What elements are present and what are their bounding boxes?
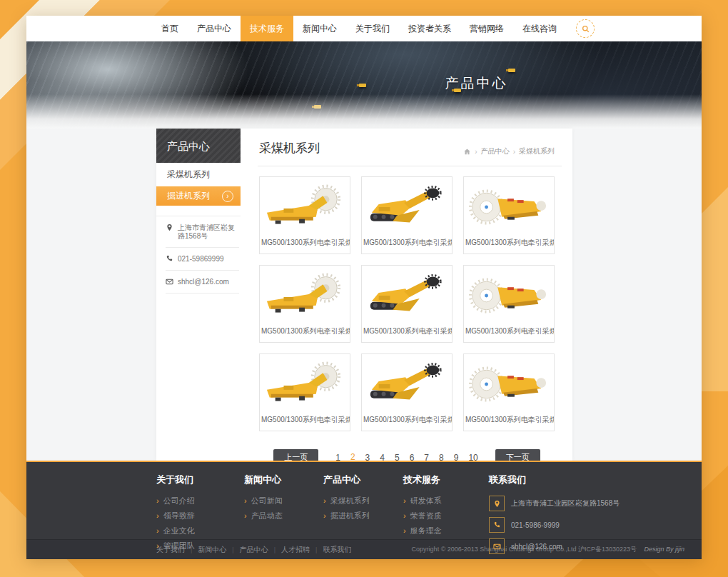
footer-address: 上海市青浦工业园区崧复路1568号 bbox=[511, 498, 620, 508]
product-image-shearer bbox=[260, 354, 350, 411]
product-image-discwheel bbox=[464, 177, 554, 234]
mail-icon bbox=[166, 278, 173, 286]
nav-item-home[interactable]: 首页 bbox=[152, 16, 188, 41]
hero-banner: 产品中心 bbox=[26, 41, 702, 129]
product-card[interactable]: MG500/1300系列电牵引采煤机 bbox=[361, 353, 453, 431]
chevron-right-icon: › bbox=[222, 191, 233, 202]
product-title: MG500/1300系列电牵引采煤机 bbox=[362, 322, 452, 342]
sidebar-item-shearer-series[interactable]: 采煤机系列 bbox=[156, 163, 241, 186]
footer-link-honors[interactable]: ›荣誉资质 bbox=[403, 511, 442, 521]
footer-link-company-news[interactable]: ›公司新闻 bbox=[244, 496, 283, 506]
footer-col-title: 关于我们 bbox=[156, 473, 195, 486]
product-image-shearer bbox=[260, 266, 350, 322]
main-panel: 采煤机系列 › 产品中心 › 采煤机系列 MG500/1300系列电牵引采煤机 … bbox=[258, 129, 562, 466]
sidebar-item-label: 掘进机系列 bbox=[167, 190, 210, 202]
product-card[interactable]: MG500/1300系列电牵引采煤机 bbox=[259, 353, 350, 431]
bottom-link-jobs[interactable]: 人才招聘 bbox=[281, 545, 310, 555]
sidebar-phone: 021-59869999 bbox=[178, 255, 224, 264]
product-title: MG500/1300系列电牵引采煤机 bbox=[260, 411, 350, 431]
breadcrumb-products[interactable]: 产品中心 bbox=[481, 146, 510, 156]
bullet-icon: › bbox=[323, 511, 326, 520]
separator: | bbox=[232, 546, 233, 553]
product-image-shearer bbox=[260, 177, 350, 234]
search-button[interactable] bbox=[576, 19, 595, 38]
nav-item-tech-service[interactable]: 技术服务 bbox=[241, 16, 293, 41]
mine-truck bbox=[508, 69, 515, 72]
footer-col-title: 联系我们 bbox=[489, 473, 620, 486]
bullet-icon: › bbox=[156, 511, 159, 520]
footer-col-about: 关于我们 ›公司介绍 ›领导致辞 ›企业文化 ›管理团队 bbox=[156, 473, 195, 556]
footer-col-tech: 技术服务 ›研发体系 ›荣誉资质 ›服务理念 bbox=[403, 473, 442, 541]
product-image-roadheader bbox=[362, 266, 452, 322]
bullet-icon: › bbox=[156, 496, 159, 505]
product-card[interactable]: MG500/1300系列电牵引采煤机 bbox=[259, 176, 350, 254]
breadcrumb-separator: › bbox=[513, 148, 515, 156]
product-card[interactable]: MG500/1300系列电牵引采煤机 bbox=[361, 176, 453, 254]
bullet-icon: › bbox=[156, 526, 159, 535]
sidebar-address: 上海市青浦区崧复路1568号 bbox=[178, 224, 239, 241]
hero-fade bbox=[26, 94, 702, 129]
bullet-icon: › bbox=[244, 496, 247, 505]
product-title: MG500/1300系列电牵引采煤机 bbox=[464, 411, 554, 431]
footer-col-title: 产品中心 bbox=[323, 473, 370, 486]
page-card: 首页 产品中心 技术服务 新闻中心 关于我们 投资者关系 营销网络 在线咨询 产… bbox=[26, 16, 702, 558]
design-credit: Design By jijin bbox=[644, 546, 684, 553]
bullet-icon: › bbox=[244, 511, 247, 520]
bottom-link-news[interactable]: 新闻中心 bbox=[198, 545, 226, 555]
breadcrumb: › 产品中心 › 采煤机系列 bbox=[463, 146, 555, 156]
nav-item-online-consult[interactable]: 在线咨询 bbox=[513, 16, 566, 41]
product-title: MG500/1300系列电牵引采煤机 bbox=[362, 234, 452, 254]
footer-link-rd-system[interactable]: ›研发体系 bbox=[403, 496, 442, 506]
content-area: 产品中心 采煤机系列 掘进机系列 › 上海市青浦区崧复路1568号 021-59… bbox=[26, 129, 702, 461]
product-image-roadheader bbox=[362, 354, 452, 411]
footer-col-products: 产品中心 ›采煤机系列 ›掘进机系列 bbox=[323, 473, 370, 526]
home-icon[interactable] bbox=[463, 148, 471, 156]
bullet-icon: › bbox=[323, 496, 326, 505]
product-image-roadheader bbox=[362, 177, 452, 234]
product-title: MG500/1300系列电牵引采煤机 bbox=[260, 322, 350, 342]
product-card[interactable]: MG500/1300系列电牵引采煤机 bbox=[463, 353, 555, 431]
phone-icon bbox=[489, 517, 505, 533]
bottom-link-products[interactable]: 产品中心 bbox=[240, 545, 268, 555]
bullet-icon: › bbox=[156, 541, 159, 550]
nav-item-news[interactable]: 新闻中心 bbox=[293, 16, 346, 41]
footer-col-news: 新闻中心 ›公司新闻 ›产品动态 bbox=[244, 473, 283, 526]
footer-link-service-concept[interactable]: ›服务理念 bbox=[403, 526, 442, 536]
footer-col-contact: 联系我们 上海市青浦工业园区崧复路1568号 021-5986-9999 shh… bbox=[489, 473, 620, 560]
sidebar-item-roadheader-series[interactable]: 掘进机系列 › bbox=[156, 186, 241, 206]
product-card[interactable]: MG500/1300系列电牵引采煤机 bbox=[361, 265, 453, 343]
footer-link-culture[interactable]: ›企业文化 bbox=[156, 526, 195, 536]
product-card[interactable]: MG500/1300系列电牵引采煤机 bbox=[463, 176, 555, 254]
sidebar-address-row: 上海市青浦区崧复路1568号 bbox=[166, 216, 239, 248]
footer-link-leader-speech[interactable]: ›领导致辞 bbox=[156, 511, 195, 521]
footer-link-company-intro[interactable]: ›公司介绍 bbox=[156, 496, 195, 506]
location-icon bbox=[166, 224, 173, 231]
footer-link-product-news[interactable]: ›产品动态 bbox=[244, 511, 283, 521]
footer-link-team[interactable]: ›管理团队 bbox=[156, 541, 195, 551]
sidebar-email-row: shhcl@126.com bbox=[166, 271, 239, 293]
search-icon bbox=[582, 25, 590, 33]
location-icon bbox=[489, 496, 505, 511]
footer-phone: 021-5986-9999 bbox=[511, 521, 560, 529]
product-image-discwheel bbox=[464, 354, 554, 411]
breadcrumb-separator: › bbox=[475, 148, 477, 156]
product-card[interactable]: MG500/1300系列电牵引采煤机 bbox=[259, 265, 350, 343]
nav-item-investor[interactable]: 投资者关系 bbox=[399, 16, 460, 41]
product-image-discwheel bbox=[464, 266, 554, 322]
phone-icon bbox=[166, 255, 173, 263]
footer-col-title: 新闻中心 bbox=[244, 473, 283, 486]
product-title: MG500/1300系列电牵引采煤机 bbox=[464, 234, 554, 254]
footer-email-row: shhcl@126.com bbox=[489, 538, 620, 554]
breadcrumb-current: 采煤机系列 bbox=[519, 146, 555, 156]
nav-item-about[interactable]: 关于我们 bbox=[346, 16, 399, 41]
bottom-link-contact[interactable]: 联系我们 bbox=[323, 545, 351, 555]
product-title: MG500/1300系列电牵引采煤机 bbox=[362, 411, 452, 431]
nav-item-marketing[interactable]: 营销网络 bbox=[460, 16, 513, 41]
product-grid: MG500/1300系列电牵引采煤机 MG500/1300系列电牵引采煤机 MG… bbox=[259, 176, 562, 431]
footer-link-roadheader-series[interactable]: ›掘进机系列 bbox=[323, 511, 370, 521]
product-card[interactable]: MG500/1300系列电牵引采煤机 bbox=[463, 265, 555, 343]
main-header: 采煤机系列 › 产品中心 › 采煤机系列 bbox=[258, 129, 562, 166]
footer-link-shearer-series[interactable]: ›采煤机系列 bbox=[323, 496, 370, 506]
nav-item-products[interactable]: 产品中心 bbox=[188, 16, 241, 41]
sidebar: 产品中心 采煤机系列 掘进机系列 › 上海市青浦区崧复路1568号 021-59… bbox=[156, 129, 241, 293]
